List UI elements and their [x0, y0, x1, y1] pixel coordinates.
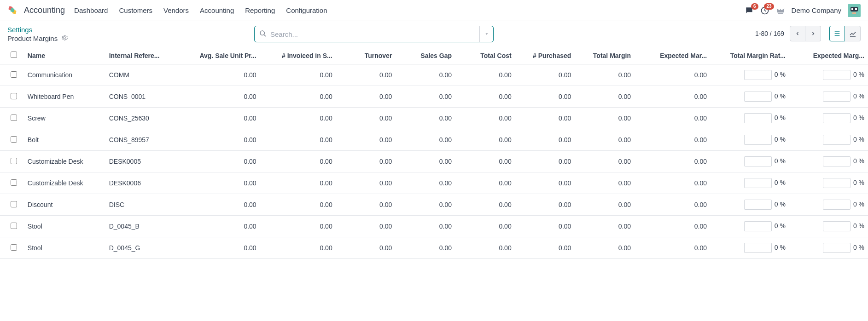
- table-row[interactable]: Whiteboard PenCONS_00010.000.000.000.000…: [0, 86, 868, 108]
- table-row[interactable]: Customizable DeskDESK00050.000.000.000.0…: [0, 151, 868, 172]
- table-row[interactable]: StoolD_0045_G0.000.000.000.000.000.000.0…: [0, 237, 868, 259]
- cell-avg-sale-unit-price: 0.00: [184, 172, 260, 194]
- select-all-cell: [0, 47, 24, 64]
- cell-avg-sale-unit-price: 0.00: [184, 64, 260, 86]
- control-panel: Settings Product Margins 1-80 / 169: [0, 21, 868, 47]
- total-margin-rate-input[interactable]: [744, 221, 772, 231]
- total-margin-rate-input[interactable]: [744, 200, 772, 210]
- row-checkbox[interactable]: [11, 115, 17, 121]
- expected-margin-rate-input[interactable]: [823, 243, 851, 253]
- cell-sales-gap: 0.00: [396, 172, 455, 194]
- search-options-toggle[interactable]: [479, 26, 493, 42]
- cell-name: Stool: [24, 237, 105, 259]
- row-checkbox[interactable]: [11, 71, 17, 78]
- cell-internal-reference: DESK0006: [105, 172, 184, 194]
- expected-margin-rate-input[interactable]: [823, 92, 851, 102]
- row-checkbox[interactable]: [11, 201, 17, 207]
- expected-margin-rate-input[interactable]: [823, 156, 851, 166]
- cell-expected-margin: 0.00: [635, 216, 711, 237]
- expected-margin-rate-input[interactable]: [823, 70, 851, 80]
- cell-expected-margin: 0.00: [635, 237, 711, 259]
- expected-margin-rate-input[interactable]: [823, 113, 851, 123]
- pager-text[interactable]: 1-80 / 169: [755, 30, 784, 37]
- col-invoiced-in-sale[interactable]: # Invoiced in S...: [260, 47, 336, 64]
- graph-view-button[interactable]: [845, 26, 861, 41]
- cell-total-margin-rate: 0 %: [711, 64, 789, 86]
- cell-internal-reference: D_0045_G: [105, 237, 184, 259]
- nav-item-vendors[interactable]: Vendors: [163, 6, 189, 14]
- company-selector[interactable]: Demo Company: [792, 6, 841, 14]
- col-internal-reference[interactable]: Internal Refere...: [105, 47, 184, 64]
- nav-right: 6 23 Demo Company: [745, 4, 861, 17]
- select-all-checkbox[interactable]: [11, 52, 17, 58]
- row-select-cell: [0, 194, 24, 216]
- pager-sep: /: [768, 30, 774, 37]
- col-sales-gap[interactable]: Sales Gap: [396, 47, 455, 64]
- nav-item-customers[interactable]: Customers: [119, 6, 152, 14]
- pager-prev-button[interactable]: [790, 26, 805, 41]
- col-total-margin-rate[interactable]: Total Margin Rat...: [711, 47, 789, 64]
- row-checkbox[interactable]: [11, 223, 17, 229]
- breadcrumb-parent[interactable]: Settings: [7, 26, 228, 34]
- pager-next-button[interactable]: [805, 26, 821, 41]
- table-row[interactable]: DiscountDISC0.000.000.000.000.000.000.00…: [0, 194, 868, 216]
- cell-purchased: 0.00: [515, 129, 575, 151]
- app-logo-icon[interactable]: [7, 5, 18, 16]
- total-margin-rate-input[interactable]: [744, 70, 772, 80]
- nav-item-reporting[interactable]: Reporting: [245, 6, 275, 14]
- total-margin-rate-input[interactable]: [744, 178, 772, 188]
- cell-internal-reference: DISC: [105, 194, 184, 216]
- col-name[interactable]: Name: [24, 47, 105, 64]
- row-checkbox[interactable]: [11, 136, 17, 143]
- app-name[interactable]: Accounting: [24, 6, 65, 15]
- pager-total: 169: [774, 30, 784, 37]
- cell-avg-sale-unit-price: 0.00: [184, 237, 260, 259]
- col-turnover[interactable]: Turnover: [336, 47, 396, 64]
- cell-total-margin-rate: 0 %: [711, 237, 789, 259]
- nav-item-dashboard[interactable]: Dashboard: [74, 6, 108, 14]
- total-margin-rate-input[interactable]: [744, 156, 772, 166]
- expected-margin-rate-input[interactable]: [823, 178, 851, 188]
- row-checkbox[interactable]: [11, 179, 17, 186]
- col-expected-margin-rate[interactable]: Expected Marg...: [789, 47, 868, 64]
- activities-icon[interactable]: 23: [760, 6, 769, 15]
- cell-name: Whiteboard Pen: [24, 86, 105, 108]
- gear-icon[interactable]: [61, 34, 68, 42]
- cell-total-margin: 0.00: [575, 237, 635, 259]
- messages-icon[interactable]: 6: [745, 6, 754, 15]
- col-expected-margin[interactable]: Expected Mar...: [635, 47, 711, 64]
- expected-margin-rate-input[interactable]: [823, 221, 851, 231]
- expected-margin-rate-input[interactable]: [823, 135, 851, 145]
- cell-turnover: 0.00: [336, 216, 396, 237]
- table-row[interactable]: ScrewCONS_256300.000.000.000.000.000.000…: [0, 108, 868, 129]
- debug-icon[interactable]: [776, 6, 785, 15]
- total-margin-rate-input[interactable]: [744, 243, 772, 253]
- expected-margin-rate-input[interactable]: [823, 200, 851, 210]
- row-checkbox[interactable]: [11, 244, 17, 251]
- total-margin-rate-input[interactable]: [744, 113, 772, 123]
- cell-total-margin-rate: 0 %: [711, 172, 789, 194]
- cell-purchased: 0.00: [515, 237, 575, 259]
- row-checkbox[interactable]: [11, 158, 17, 164]
- col-total-margin[interactable]: Total Margin: [575, 47, 635, 64]
- nav-item-configuration[interactable]: Configuration: [286, 6, 327, 14]
- col-avg-sale-unit-price[interactable]: Avg. Sale Unit Pr...: [184, 47, 260, 64]
- cell-turnover: 0.00: [336, 64, 396, 86]
- col-total-cost[interactable]: Total Cost: [455, 47, 515, 64]
- table-row[interactable]: Customizable DeskDESK00060.000.000.000.0…: [0, 172, 868, 194]
- col-purchased[interactable]: # Purchased: [515, 47, 575, 64]
- user-avatar[interactable]: [848, 4, 861, 17]
- table-row[interactable]: CommunicationCOMM0.000.000.000.000.000.0…: [0, 64, 868, 86]
- total-margin-rate-input[interactable]: [744, 92, 772, 102]
- cell-sales-gap: 0.00: [396, 216, 455, 237]
- table-row[interactable]: StoolD_0045_B0.000.000.000.000.000.000.0…: [0, 216, 868, 237]
- total-margin-rate-input[interactable]: [744, 135, 772, 145]
- cell-total-margin-rate: 0 %: [711, 86, 789, 108]
- table-row[interactable]: BoltCONS_899570.000.000.000.000.000.000.…: [0, 129, 868, 151]
- row-checkbox[interactable]: [11, 93, 17, 99]
- list-view-button[interactable]: [829, 26, 845, 41]
- cell-turnover: 0.00: [336, 129, 396, 151]
- cell-name: Discount: [24, 194, 105, 216]
- search-input[interactable]: [270, 30, 475, 38]
- nav-item-accounting[interactable]: Accounting: [200, 6, 234, 14]
